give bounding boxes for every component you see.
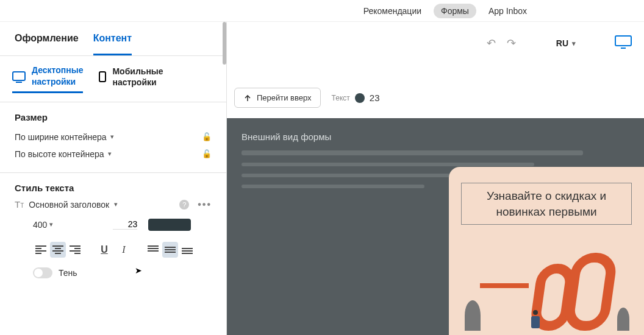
language-value: RU [556, 38, 568, 48]
breadcrumb: Текст 23 [332, 93, 380, 103]
text-color-swatch[interactable] [148, 219, 191, 231]
section-title-textstyle: Стиль текста [15, 183, 212, 193]
breadcrumb-value: 23 [370, 93, 380, 103]
person-icon [528, 310, 543, 331]
sidebar: Оформление Контент Десктопные настройки … [0, 22, 227, 335]
tree-icon [617, 308, 629, 331]
font-size-input[interactable] [113, 219, 137, 230]
chevron-down-icon: ▾ [49, 220, 53, 228]
height-mode-select[interactable]: По высоте контейнера ▾ [15, 149, 112, 159]
sidebar-scrollbar[interactable] [223, 22, 226, 335]
go-up-label: Перейти вверх [257, 93, 312, 102]
sidebar-tabs: Оформление Контент [0, 22, 226, 56]
align-center-button[interactable] [50, 242, 66, 258]
redo-button[interactable]: ↷ [507, 37, 516, 50]
valign-bottom-button[interactable] [179, 242, 195, 258]
unlock-icon[interactable]: 🔓 [202, 149, 212, 158]
shadow-label: Тень [59, 268, 77, 278]
sidebar-tab-design[interactable]: Оформление [15, 33, 79, 55]
language-select[interactable]: RU ▾ [550, 35, 582, 52]
chevron-down-icon: ▾ [108, 150, 112, 158]
font-weight-value: 400 [33, 220, 47, 230]
valign-top-button[interactable] [145, 242, 161, 258]
section-text-style: Стиль текста TT Основной заголовок ▾ ? •… [0, 173, 226, 288]
shadow-toggle[interactable] [33, 267, 52, 278]
tab-app-inbox[interactable]: App Inbox [481, 4, 534, 18]
form-heading[interactable]: Узнавайте о скидках и новинках первыми [461, 183, 632, 225]
section-title-size: Размер [15, 112, 212, 122]
height-mode-label: По высоте контейнера [15, 149, 104, 159]
minus-icon: — [480, 270, 529, 294]
panel-title: Внешний вид формы [242, 132, 629, 142]
sidebar-tab-content[interactable]: Контент [93, 33, 132, 55]
chevron-down-icon: ▾ [572, 40, 576, 48]
more-menu-icon[interactable]: ••• [198, 199, 212, 210]
placeholder-line [242, 163, 534, 166]
align-right-button[interactable] [67, 242, 83, 258]
svg-rect-0 [615, 36, 631, 46]
tab-recommendations[interactable]: Рекомендации [356, 4, 429, 18]
width-mode-select[interactable]: По ширине контейнера ▾ [15, 132, 114, 142]
chevron-down-icon: ▾ [114, 200, 118, 208]
device-tabs: Десктопные настройки Мобильные настройки [0, 56, 226, 102]
arrow-up-icon [243, 94, 252, 102]
font-weight-select[interactable]: 400 ▾ [33, 220, 53, 230]
device-tab-desktop[interactable]: Десктопные настройки [12, 65, 83, 93]
valign-middle-button[interactable] [162, 242, 178, 258]
canvas-breadcrumb-bar: Перейти вверх Текст 23 [234, 88, 380, 108]
text-toolbar: U I [15, 242, 212, 258]
unlock-icon[interactable]: 🔓 [202, 132, 212, 141]
percent-icon [562, 253, 618, 331]
desktop-icon [12, 71, 26, 81]
breadcrumb-swatch [355, 93, 365, 103]
tree-icon [465, 300, 481, 331]
canvas-area: ↶ ↷ RU ▾ Перейти вверх Текст 23 [227, 22, 644, 335]
preview-desktop-button[interactable] [615, 35, 632, 51]
device-tab-label: Мобильные настройки [112, 66, 163, 89]
undo-button[interactable]: ↶ [487, 37, 496, 50]
form-appearance-panel: Внешний вид формы Узнавайте о скидках и … [227, 118, 644, 335]
width-mode-label: По ширине контейнера [15, 132, 107, 142]
top-nav: Рекомендации Формы App Inbox [0, 0, 644, 22]
go-up-button[interactable]: Перейти вверх [234, 88, 321, 108]
chevron-down-icon: ▾ [110, 133, 114, 141]
device-tab-label: Десктопные настройки [32, 65, 83, 88]
device-tab-mobile[interactable]: Мобильные настройки [99, 65, 163, 93]
form-preview[interactable]: Узнавайте о скидках и новинках первыми —… [449, 167, 644, 335]
italic-button[interactable]: I [116, 242, 132, 258]
placeholder-line [242, 185, 424, 188]
text-preset-select[interactable]: Основной заголовок [29, 200, 109, 210]
mobile-icon [99, 71, 106, 82]
text-type-icon: TT [15, 199, 24, 210]
underline-button[interactable]: U [96, 242, 112, 258]
form-illustration: — [461, 233, 632, 331]
breadcrumb-label: Текст [332, 94, 350, 102]
help-icon[interactable]: ? [179, 200, 189, 210]
align-left-button[interactable] [33, 242, 49, 258]
placeholder-line [242, 150, 583, 155]
section-size: Размер По ширине контейнера ▾ 🔓 По высот… [0, 102, 226, 173]
tab-forms[interactable]: Формы [434, 4, 476, 18]
canvas-header: ↶ ↷ RU ▾ [227, 22, 644, 65]
